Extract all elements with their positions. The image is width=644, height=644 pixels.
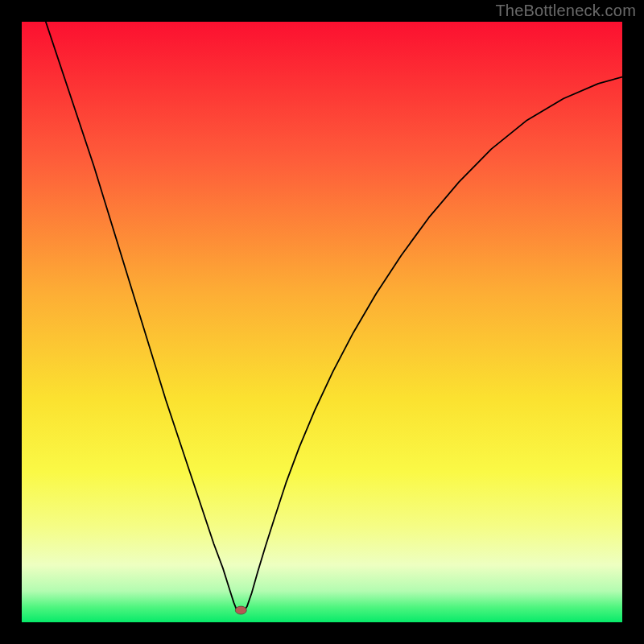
- chart-background: [22, 22, 622, 622]
- optimum-marker: [235, 606, 246, 614]
- chart-plot: [22, 22, 622, 622]
- chart-frame: TheBottleneck.com: [0, 0, 644, 644]
- watermark-text: TheBottleneck.com: [495, 2, 636, 20]
